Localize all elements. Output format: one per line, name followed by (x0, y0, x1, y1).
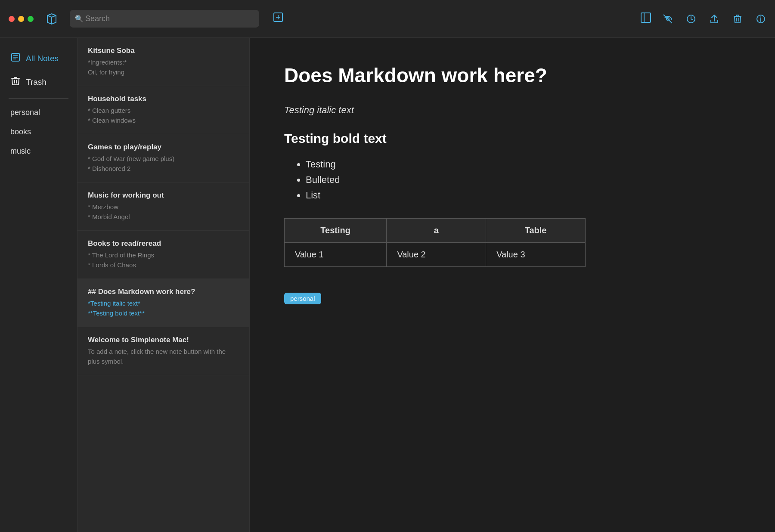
list-item: List (306, 190, 741, 201)
search-icon: 🔍 (75, 15, 84, 23)
share-icon[interactable] (709, 13, 720, 25)
note-title: Kitsune Soba (88, 46, 239, 55)
note-item-welcome[interactable]: Welcome to Simplenote Mac! To add a note… (78, 327, 249, 375)
note-item-kitsune[interactable]: Kitsune Soba *Ingredients:*Oil, for fryi… (78, 38, 249, 86)
tag-badge-personal[interactable]: personal (284, 293, 321, 304)
note-preview: * The Lord of the Rings* Lords of Chaos (88, 251, 239, 270)
note-item-books[interactable]: Books to read/reread * The Lord of the R… (78, 231, 249, 279)
maximize-button[interactable] (28, 16, 34, 22)
editor-bullet-list: Testing Bulleted List (284, 159, 741, 201)
editor-table: Testing a Table Value 1 Value 2 Value 3 (284, 218, 586, 267)
note-title: Books to read/reread (88, 239, 239, 248)
note-preview: *Ingredients:*Oil, for frying (88, 58, 239, 77)
table-cell: Value 3 (486, 243, 586, 267)
info-icon[interactable] (755, 13, 766, 25)
sidebar-tag-books[interactable]: books (0, 122, 77, 142)
main-layout: All Notes Trash personal books music Kit… (0, 38, 775, 532)
note-preview: * God of War (new game plus)* Dishonored… (88, 154, 239, 173)
table-header-3: Table (486, 219, 586, 243)
svg-rect-3 (641, 13, 651, 22)
svg-point-9 (760, 16, 761, 17)
delete-icon[interactable] (732, 13, 743, 25)
table-cell: Value 1 (285, 243, 387, 267)
table-row: Value 1 Value 2 Value 3 (285, 243, 586, 267)
note-title: Household tasks (88, 95, 239, 103)
new-note-button[interactable] (270, 9, 287, 29)
table-header-2: a (387, 219, 486, 243)
note-preview: * Clean gutters* Clean windows (88, 106, 239, 125)
sidebar-tag-personal[interactable]: personal (0, 103, 77, 122)
sidebar-item-all-notes[interactable]: All Notes (0, 46, 77, 70)
notes-list: Kitsune Soba *Ingredients:*Oil, for fryi… (78, 38, 250, 532)
editor-heading: Does Markdown work here? (284, 64, 741, 87)
note-item-markdown[interactable]: ## Does Markdown work here? *Testing ita… (78, 279, 249, 327)
search-bar[interactable]: 🔍 (70, 10, 259, 28)
titlebar: 🔍 (0, 0, 775, 38)
sidebar-item-trash[interactable]: Trash (0, 70, 77, 94)
note-editor[interactable]: Does Markdown work here? Testing italic … (250, 38, 775, 532)
editor-italic-text: Testing italic text (284, 105, 741, 116)
minimize-button[interactable] (18, 16, 24, 22)
note-title: Music for working out (88, 191, 239, 200)
toolbar-right (662, 13, 766, 25)
table-cell: Value 2 (387, 243, 486, 267)
note-item-games[interactable]: Games to play/replay * God of War (new g… (78, 134, 249, 182)
table-header-1: Testing (285, 219, 387, 243)
note-title: Welcome to Simplenote Mac! (88, 336, 239, 344)
all-notes-icon (10, 53, 21, 64)
sidebar-toggle-icon[interactable] (640, 12, 652, 26)
list-item: Testing (306, 159, 741, 170)
note-preview: To add a note, click the new note button… (88, 347, 239, 366)
trash-icon (10, 76, 21, 88)
note-item-music[interactable]: Music for working out * Merzbow* Morbid … (78, 182, 249, 231)
note-title: Games to play/replay (88, 143, 239, 152)
note-title: ## Does Markdown work here? (88, 288, 239, 296)
editor-bold-heading: Testing bold text (284, 131, 741, 146)
all-notes-label: All Notes (26, 54, 59, 63)
sidebar-tag-music[interactable]: music (0, 142, 77, 161)
sidebar-divider (9, 98, 68, 99)
eye-off-icon[interactable] (662, 13, 673, 25)
list-item: Bulleted (306, 174, 741, 186)
traffic-lights (9, 16, 34, 22)
note-item-household[interactable]: Household tasks * Clean gutters* Clean w… (78, 86, 249, 134)
trash-label: Trash (26, 77, 46, 87)
sidebar: All Notes Trash personal books music (0, 38, 78, 532)
close-button[interactable] (9, 16, 15, 22)
note-preview: * Merzbow* Morbid Angel (88, 202, 239, 222)
app-logo-icon (44, 11, 59, 27)
note-preview: *Testing italic text***Testing bold text… (88, 299, 239, 318)
search-input[interactable] (70, 10, 259, 28)
history-icon[interactable] (685, 13, 697, 25)
